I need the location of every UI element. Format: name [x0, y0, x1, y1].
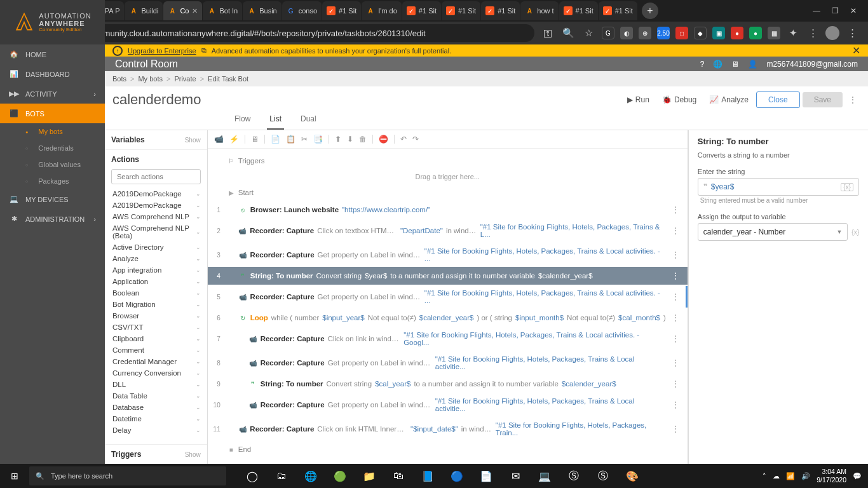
action-item[interactable]: Clipboard⌄ — [111, 333, 205, 344]
user-icon[interactable]: 👤 — [748, 60, 757, 69]
browser-tab[interactable]: ABuildi — [125, 1, 163, 20]
action-item[interactable]: Bot Migration⌄ — [111, 299, 205, 310]
banner-close[interactable]: ✕ — [852, 44, 860, 57]
browser-tab[interactable]: ABusin — [243, 1, 281, 20]
close-window[interactable]: ✕ — [850, 6, 857, 15]
create-var-icon[interactable]: {x} — [851, 229, 859, 236]
copy-icon[interactable]: 📄 — [271, 135, 280, 144]
nav-my-devices[interactable]: 💻MY DEVICES — [0, 189, 105, 209]
ext-3[interactable]: ⊕ — [639, 27, 651, 39]
step-row[interactable]: 5📹Recorder: CaptureGet property on Label… — [208, 285, 688, 309]
subnav-credentials[interactable]: Credentials — [19, 140, 105, 156]
action-item[interactable]: Comment⌄ — [111, 344, 205, 356]
notifications-icon[interactable]: 💬 — [853, 472, 862, 480]
action-item[interactable]: Application⌄ — [111, 276, 205, 287]
nav-activity[interactable]: ▶▶ACTIVITY› — [0, 84, 105, 104]
ext-badge[interactable]: 2.50 — [657, 27, 670, 39]
globe-icon[interactable]: 🌐 — [713, 60, 722, 69]
ext-9[interactable]: ● — [749, 27, 762, 39]
step-more-icon[interactable]: ⋮ — [667, 226, 684, 236]
search-icon[interactable]: 🔍 — [561, 27, 575, 39]
device-icon[interactable]: 🖥 — [731, 60, 739, 69]
browser-tab[interactable]: ✓#1 Sit — [402, 1, 441, 20]
browser-tab[interactable]: AI'm do — [362, 1, 402, 20]
assign-select[interactable]: calender_year - Number ▼ — [698, 223, 848, 241]
edge-icon[interactable]: 🌐 — [296, 464, 325, 488]
action-item[interactable]: Active Directory⌄ — [111, 241, 205, 253]
step-row[interactable]: 2📹Recorder: CaptureClick on textbox HTML… — [208, 219, 688, 243]
action-item[interactable]: Delay⌄ — [111, 424, 205, 436]
step-more-icon[interactable]: ⋮ — [667, 358, 684, 368]
step-row[interactable]: 8📹Recorder: CaptureGet property on Label… — [208, 351, 688, 375]
run-button[interactable]: ▶ Run — [622, 92, 654, 107]
app-icon-2[interactable]: 🔵 — [442, 464, 471, 488]
action-item[interactable]: AWS Comprehend NLP (Beta)⌄ — [111, 222, 205, 241]
action-item[interactable]: CSV/TXT⌄ — [111, 322, 205, 333]
browser-tab[interactable]: ✓#1 Sit — [442, 1, 480, 20]
ext-puzzle-icon[interactable]: ✦ — [786, 27, 800, 39]
subnav-packages[interactable]: Packages — [19, 173, 105, 189]
step-row[interactable]: 1⎋Browser: Launch website"https://www.cl… — [208, 201, 688, 219]
tab-dual[interactable]: Dual — [298, 111, 319, 130]
action-item[interactable]: Boolean⌄ — [111, 287, 205, 299]
step-more-icon[interactable]: ⋮ — [667, 292, 684, 302]
step-more-icon[interactable]: ⋮ — [667, 250, 684, 260]
step-more-icon[interactable]: ⋮ — [667, 271, 684, 281]
up-icon[interactable]: ⬆ — [335, 135, 341, 144]
action-item[interactable]: App integration⌄ — [111, 264, 205, 276]
step-more-icon[interactable]: ⋮ — [667, 400, 684, 410]
page-more-icon[interactable]: ⋮ — [845, 95, 860, 104]
action-item[interactable]: DLL⌄ — [111, 379, 205, 390]
step-more-icon[interactable]: ⋮ — [667, 334, 684, 344]
subnav-my-bots[interactable]: My bots — [19, 123, 105, 140]
browser-tab[interactable]: ✓#1 Sit — [559, 1, 598, 20]
browser-tab[interactable]: ACo✕ — [163, 1, 202, 20]
tab-flow[interactable]: Flow — [232, 111, 253, 130]
minimize-window[interactable]: — — [813, 6, 820, 15]
action-item[interactable]: A2019DemoPackage⌄ — [111, 200, 205, 211]
tab-close-icon[interactable]: ✕ — [192, 7, 198, 15]
action-item[interactable]: Browser⌄ — [111, 310, 205, 322]
cut-icon[interactable]: ✂ — [301, 135, 308, 144]
nav-administration[interactable]: ✱ADMINISTRATION› — [0, 209, 105, 229]
triggers-header[interactable]: TriggersShow — [105, 444, 207, 464]
step-row[interactable]: ■End — [208, 441, 688, 458]
ext-10[interactable]: ▦ — [768, 27, 780, 39]
subnav-global-values[interactable]: Global values — [19, 156, 105, 173]
taskbar-search[interactable]: 🔍 Type here to search — [29, 466, 226, 485]
step-more-icon[interactable]: ⋮ — [667, 424, 684, 434]
skype2-icon[interactable]: Ⓢ — [588, 464, 618, 488]
browser-tab[interactable]: ✓#1 Sit — [481, 1, 520, 20]
ext-8[interactable]: ● — [731, 27, 743, 39]
mail-icon[interactable]: ✉ — [501, 464, 530, 488]
star-icon[interactable]: ☆ — [581, 27, 595, 39]
app-icon-3[interactable]: 💻 — [530, 464, 559, 488]
tray-up-icon[interactable]: ˄ — [763, 472, 766, 480]
crumb[interactable]: Bots — [112, 75, 126, 83]
browser-tab[interactable]: ✓#1 Sit — [322, 1, 361, 20]
action-item[interactable]: Currency Conversion⌄ — [111, 367, 205, 379]
crumb[interactable]: Private — [174, 75, 196, 83]
maximize-window[interactable]: ❐ — [832, 6, 839, 15]
action-item[interactable]: Datetime⌄ — [111, 413, 205, 424]
flow-icon[interactable]: ⚡ — [229, 135, 239, 144]
action-item[interactable]: Analyze⌄ — [111, 253, 205, 264]
pastebelow-icon[interactable]: 📑 — [313, 135, 323, 144]
ext-7[interactable]: ▣ — [712, 27, 725, 39]
step-row[interactable]: ▶Start — [208, 184, 688, 201]
step-row[interactable]: 7📹Recorder: CaptureClick on link in wind… — [208, 327, 688, 351]
device-icon2[interactable]: 🖥 — [251, 135, 259, 144]
save-button[interactable]: Save — [803, 92, 843, 107]
ext-more-icon[interactable]: ⋮ — [806, 27, 820, 39]
tray-volume-icon[interactable]: 🔊 — [801, 472, 810, 480]
browser-tab[interactable]: ✓#1 Sit — [599, 1, 637, 20]
start-button[interactable]: ⊞ — [0, 464, 29, 488]
step-row[interactable]: 4❞String: To numberConvert string $year$… — [208, 267, 688, 285]
paint-icon[interactable]: 🎨 — [618, 464, 647, 488]
browser-tab[interactable]: ABot In — [203, 1, 242, 20]
browser-menu-icon[interactable]: ⋮ — [845, 27, 859, 39]
enter-string-input[interactable]: ❞ $year$ {x} — [698, 178, 859, 196]
nav-dashboard[interactable]: 📊DASHBOARD — [0, 64, 105, 84]
step-more-icon[interactable]: ⋮ — [667, 313, 684, 323]
redo-icon[interactable]: ↷ — [412, 135, 419, 144]
